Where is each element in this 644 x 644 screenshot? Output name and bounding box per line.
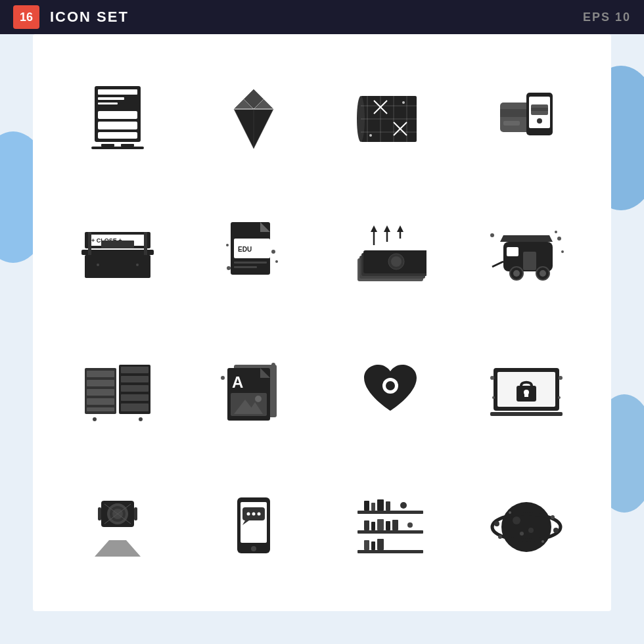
svg-point-60 xyxy=(275,260,278,263)
svg-point-42 xyxy=(537,118,542,124)
blueprint-icon xyxy=(354,86,426,152)
svg-rect-144 xyxy=(364,501,369,511)
svg-rect-50 xyxy=(144,232,147,255)
svg-rect-58 xyxy=(234,266,257,268)
svg-rect-150 xyxy=(377,519,384,530)
svg-point-166 xyxy=(498,535,502,539)
icon-cell-bookshelf xyxy=(325,462,455,591)
icon-cell-laptop-lock xyxy=(462,326,592,455)
svg-rect-99 xyxy=(121,403,149,411)
svg-point-80 xyxy=(513,270,520,277)
icon-cell-heart xyxy=(325,326,455,455)
svg-rect-141 xyxy=(357,511,423,514)
svg-rect-89 xyxy=(87,371,114,377)
svg-point-165 xyxy=(551,515,555,519)
diamond-icon xyxy=(218,83,290,155)
svg-rect-116 xyxy=(490,412,563,416)
svg-marker-72 xyxy=(384,225,390,232)
svg-rect-145 xyxy=(371,503,375,511)
svg-point-110 xyxy=(221,376,225,380)
icon-cell-blueprint xyxy=(325,54,455,183)
svg-rect-2 xyxy=(98,97,124,100)
svg-point-161 xyxy=(528,528,534,533)
server-rack-icon xyxy=(81,355,154,427)
header-eps: EPS 10 xyxy=(583,11,631,24)
svg-point-158 xyxy=(501,502,551,552)
svg-point-160 xyxy=(513,517,520,524)
svg-point-61 xyxy=(226,244,229,246)
svg-point-84 xyxy=(490,233,494,237)
svg-point-86 xyxy=(561,250,564,253)
svg-text:A: A xyxy=(232,373,243,391)
laptop-lock-icon xyxy=(487,358,566,424)
svg-point-113 xyxy=(386,381,395,390)
svg-point-59 xyxy=(271,250,275,254)
svg-point-163 xyxy=(494,521,499,526)
svg-text:EDU: EDU xyxy=(238,246,252,253)
icons-grid: + CLOSE + EDU xyxy=(33,34,611,611)
svg-rect-95 xyxy=(121,367,149,373)
header-title: ICON SET xyxy=(50,9,583,26)
svg-point-135 xyxy=(251,546,256,551)
bookshelf-icon xyxy=(354,491,426,563)
svg-point-137 xyxy=(247,512,250,515)
icon-cell-diamond xyxy=(189,54,319,183)
svg-point-52 xyxy=(136,264,139,266)
svg-rect-152 xyxy=(392,520,398,530)
svg-rect-6 xyxy=(98,132,137,139)
svg-point-82 xyxy=(540,270,546,277)
icon-cell-close-booth: + CLOSE + xyxy=(53,190,183,319)
mobile-payment-icon xyxy=(490,86,563,152)
planet-icon xyxy=(490,494,563,560)
svg-point-100 xyxy=(93,417,97,421)
main-content-area: + CLOSE + EDU xyxy=(33,34,611,611)
svg-point-121 xyxy=(559,376,563,380)
svg-point-120 xyxy=(490,376,494,380)
svg-point-157 xyxy=(407,522,413,528)
svg-rect-92 xyxy=(87,398,114,405)
svg-point-138 xyxy=(252,512,256,515)
cash-growth-icon xyxy=(354,222,426,288)
svg-point-156 xyxy=(400,502,407,509)
svg-point-162 xyxy=(520,532,524,536)
header-badge: 16 xyxy=(13,5,39,29)
svg-point-68 xyxy=(391,256,402,267)
svg-marker-78 xyxy=(500,235,553,242)
icon-cell-server xyxy=(53,54,183,183)
icon-cell-server-rack xyxy=(53,326,183,455)
svg-rect-151 xyxy=(386,521,390,530)
photo-doc-icon: A xyxy=(218,355,290,427)
svg-rect-4 xyxy=(98,111,137,119)
svg-rect-91 xyxy=(87,389,114,396)
svg-rect-142 xyxy=(357,530,423,534)
svg-rect-153 xyxy=(364,540,369,550)
svg-point-122 xyxy=(492,396,495,399)
svg-rect-93 xyxy=(87,407,114,411)
svg-rect-3 xyxy=(98,103,118,104)
svg-rect-154 xyxy=(371,541,375,550)
svg-rect-146 xyxy=(377,499,384,511)
svg-line-83 xyxy=(492,262,503,267)
svg-rect-155 xyxy=(377,539,384,550)
svg-point-34 xyxy=(369,134,372,137)
svg-rect-7 xyxy=(101,144,114,147)
header-bar: 16 ICON SET EPS 10 xyxy=(0,0,644,34)
svg-point-167 xyxy=(509,511,511,514)
svg-point-111 xyxy=(271,363,275,367)
svg-point-62 xyxy=(227,266,231,270)
edu-file-icon: EDU xyxy=(221,219,287,291)
svg-rect-149 xyxy=(371,522,375,530)
svg-rect-90 xyxy=(87,380,114,386)
close-booth-icon: + CLOSE + xyxy=(78,222,157,288)
icon-cell-planet xyxy=(462,462,592,591)
svg-point-139 xyxy=(258,512,261,515)
caravan-icon xyxy=(487,222,566,288)
svg-rect-119 xyxy=(524,392,528,397)
svg-point-51 xyxy=(97,264,99,266)
svg-point-164 xyxy=(553,528,559,533)
svg-rect-76 xyxy=(523,252,536,270)
svg-rect-41 xyxy=(531,108,548,111)
chat-mobile-icon xyxy=(218,491,290,563)
svg-point-168 xyxy=(541,540,544,543)
svg-rect-129 xyxy=(98,507,101,520)
